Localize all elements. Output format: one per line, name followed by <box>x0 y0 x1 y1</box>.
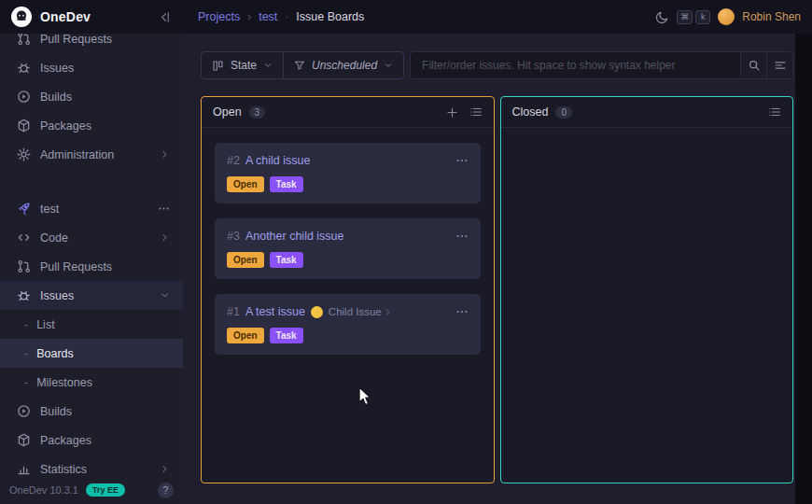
breadcrumb-project-link[interactable]: test <box>259 10 277 23</box>
sidebar-subitem-list[interactable]: - List <box>0 310 183 339</box>
main-content: State Unscheduled <box>183 34 795 504</box>
k-keycap: k <box>695 10 710 24</box>
play-circle-icon <box>17 404 31 418</box>
sidebar-item-administration[interactable]: Administration <box>0 140 183 169</box>
column-count-badge: 3 <box>249 106 266 119</box>
sidebar-item-label: Packages <box>40 434 170 447</box>
child-issue-link[interactable]: Child Issue <box>329 306 392 317</box>
collapse-sidebar-icon[interactable] <box>158 10 172 24</box>
breadcrumb-projects-link[interactable]: Projects <box>198 10 240 23</box>
gear-icon <box>17 147 31 161</box>
issue-board: Open 3 #2 <box>201 96 793 483</box>
bar-chart-icon <box>17 462 31 476</box>
sidebar-item-label: Statistics <box>40 463 150 476</box>
sidebar-item-project-packages[interactable]: Packages <box>0 426 183 455</box>
package-icon <box>17 119 31 133</box>
sidebar-item-label: Pull Requests <box>40 260 170 273</box>
breadcrumb-current-page: Issue Boards <box>296 10 364 23</box>
help-button[interactable]: ? <box>158 483 174 498</box>
label-task: Task <box>270 252 303 268</box>
board-filter-buttons: State Unscheduled <box>201 51 404 79</box>
board-column-closed: Closed 0 <box>500 96 794 483</box>
grimacing-emoji: 😬 <box>311 306 323 318</box>
card-more-menu-icon[interactable] <box>455 230 469 243</box>
sidebar-item-label: Packages <box>40 119 170 133</box>
breadcrumb: Projects › test · Issue Boards <box>198 10 364 23</box>
issue-number: #3 <box>227 230 240 243</box>
sidebar-item-label: Milestones <box>36 376 170 389</box>
issue-title-link[interactable]: A test issue <box>245 305 305 318</box>
chevron-down-icon <box>384 61 393 70</box>
sidebar-subitem-boards[interactable]: - Boards <box>0 339 183 368</box>
add-issue-button[interactable] <box>446 106 458 119</box>
column-count-badge: 0 <box>555 106 572 119</box>
sidebar-item-builds[interactable]: Builds <box>0 82 183 111</box>
column-menu-icon[interactable] <box>768 105 781 119</box>
dash-bullet: - <box>24 347 28 360</box>
dark-mode-moon-icon[interactable] <box>655 10 669 24</box>
card-more-menu-icon[interactable] <box>455 305 469 318</box>
sidebar-scroll-area[interactable]: Pull Requests Issues Builds <box>0 34 183 476</box>
issue-title-link[interactable]: A child issue <box>245 154 310 167</box>
sidebar-section-divider <box>0 169 183 194</box>
brand-name: OneDev <box>40 9 91 24</box>
breadcrumb-separator: › <box>247 10 251 23</box>
chevron-right-icon <box>384 308 392 316</box>
column-title: Closed <box>512 105 549 119</box>
issue-filter-input[interactable] <box>411 52 740 78</box>
topbar-brand-area: OneDev <box>0 7 183 27</box>
sidebar: Pull Requests Issues Builds <box>0 34 183 504</box>
topbar-actions: ⌘ k Robin Shen <box>655 8 812 25</box>
state-dropdown-label: State <box>231 59 257 72</box>
issue-card[interactable]: #1 A test issue 😬 Child Issue <box>215 294 481 355</box>
sidebar-project-test[interactable]: test <box>0 194 183 223</box>
label-open: Open <box>227 252 264 268</box>
sidebar-footer: OneDev 10.3.1 Try EE ? <box>0 476 183 504</box>
cmd-keycap: ⌘ <box>677 10 693 24</box>
sidebar-item-label: Builds <box>40 405 170 418</box>
issue-card[interactable]: #2 A child issue Open Task <box>215 143 481 203</box>
sidebar-item-label: List <box>36 318 170 331</box>
sidebar-item-packages[interactable]: Packages <box>0 111 183 140</box>
command-palette-shortcut[interactable]: ⌘ k <box>677 10 710 24</box>
try-ee-badge[interactable]: Try EE <box>86 483 125 497</box>
sidebar-item-label: Administration <box>40 148 150 161</box>
sidebar-item-project-builds[interactable]: Builds <box>0 397 183 426</box>
issue-title-link[interactable]: Another child issue <box>245 230 344 243</box>
dash-bullet: - <box>24 376 28 389</box>
search-button[interactable] <box>740 52 766 78</box>
sidebar-item-statistics[interactable]: Statistics <box>0 455 183 476</box>
sidebar-item-pull-requests[interactable]: Pull Requests <box>0 34 183 53</box>
user-name[interactable]: Robin Shen <box>742 10 801 23</box>
sidebar-item-label: Issues <box>40 62 170 75</box>
chevron-right-icon <box>160 464 170 474</box>
card-more-menu-icon[interactable] <box>455 154 469 167</box>
milestone-dropdown-button[interactable]: Unscheduled <box>283 52 403 78</box>
sidebar-item-issues[interactable]: Issues <box>0 53 183 82</box>
issue-card[interactable]: #3 Another child issue Open Task <box>215 218 481 279</box>
sidebar-subitem-milestones[interactable]: - Milestones <box>0 368 183 397</box>
page-right-gutter <box>795 34 812 504</box>
sidebar-item-label: Pull Requests <box>40 34 170 46</box>
sidebar-item-label: Code <box>40 231 150 245</box>
user-avatar[interactable] <box>718 8 735 25</box>
sidebar-item-code[interactable]: Code <box>0 223 183 252</box>
package-icon <box>17 433 31 447</box>
column-header: Open 3 <box>202 97 494 128</box>
sidebar-item-project-issues[interactable]: Issues <box>0 281 183 310</box>
more-menu-icon[interactable] <box>158 203 170 215</box>
topbar: OneDev Projects › test · Issue Boards ⌘ … <box>0 0 812 34</box>
saved-queries-icon[interactable] <box>766 52 792 78</box>
sidebar-item-project-pull-requests[interactable]: Pull Requests <box>0 252 183 281</box>
onedev-logo-icon[interactable] <box>11 7 32 27</box>
board-toolbar: State Unscheduled <box>201 51 793 79</box>
column-body <box>501 128 793 483</box>
issue-filter-group <box>410 51 793 79</box>
chevron-down-icon <box>160 290 170 301</box>
chevron-right-icon <box>160 232 170 243</box>
funnel-icon <box>294 60 305 71</box>
board-column-open: Open 3 #2 <box>201 96 495 483</box>
state-dropdown-button[interactable]: State <box>202 52 283 78</box>
issue-number: #2 <box>227 154 240 167</box>
column-menu-icon[interactable] <box>469 105 483 119</box>
